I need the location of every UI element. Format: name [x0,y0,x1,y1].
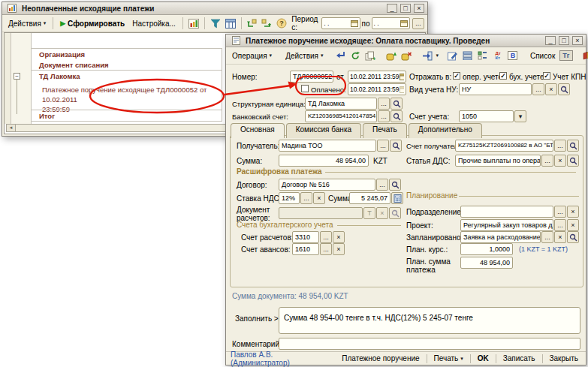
nu-kind-input[interactable]: НУ [459,83,532,95]
payment-purpose-input[interactable]: Сумма 48 954-00 тенге в т.ч. НДС(12%) 5 … [279,307,580,334]
refresh-icon[interactable] [348,50,362,62]
tr-toggle-button[interactable]: Тг [559,50,572,61]
tab-bank-commission[interactable]: Комиссия банка [286,123,361,138]
tab-additional[interactable]: Дополнительно [409,123,482,138]
dt-kt-postings-icon[interactable]: Дт Кт [491,50,505,62]
expand-groups-icon[interactable] [260,17,273,30]
save-button[interactable]: Записать [500,353,538,364]
buh-account-checkbox-label[interactable]: бух. учете [509,73,544,81]
report-group-row[interactable]: ТД Лакомка [32,71,222,83]
document-total: Сумма документа: 48 954,00 KZT [232,292,348,300]
period-from-input[interactable]: . . [321,17,360,29]
group-structure-icon[interactable] [476,50,490,62]
list-button[interactable]: Список [527,50,558,62]
date-from-label: от [336,73,344,81]
print-button[interactable]: Печать▾ [431,353,466,364]
report-detail-row[interactable]: Платежное поручение исходящее ТДЛ0000052… [32,83,222,110]
chevron-down-icon[interactable]: ▾ [436,53,439,59]
date-input[interactable]: 10.02.2011 23:59 [348,71,406,83]
buh-account-checkbox[interactable]: ✓ [499,72,507,80]
tips-book-icon[interactable] [580,50,588,62]
list-structure-icon[interactable] [461,50,475,62]
tab-main[interactable]: Основная [231,123,285,138]
kpn-account-checkbox-label[interactable]: Учет КПН [553,73,586,81]
report-window-title: Неоплаченные исходящие платежи [22,5,384,13]
paid-checkbox-label[interactable]: Оплачено: [311,86,346,94]
comment-input[interactable] [279,338,580,350]
tab-print[interactable]: Печать [363,123,407,138]
post-document-icon[interactable] [384,50,398,62]
account-label: Счет учета: [409,113,449,121]
document-window-icon [229,35,243,47]
footer-separator [542,354,543,363]
number-input[interactable]: ТДЛ0000052 [290,71,333,83]
save-close-icon[interactable] [333,50,347,62]
report-toolbar: Действия▾ ▶Сформировать Настройка... ? П… [2,15,427,32]
oper-account-checkbox[interactable]: ✓ [453,72,460,80]
minimize-icon[interactable]: _ [387,4,397,13]
copy-icon[interactable]: + [363,50,377,62]
edit-form-icon[interactable] [446,50,460,62]
report-column-header[interactable]: Организация Документ списания [32,48,222,71]
choose-button[interactable]: ... [532,83,544,95]
dropdown-button[interactable]: ▾ [514,110,526,122]
reflect-label: Отражать в: [409,73,451,81]
choose-button[interactable]: ... [378,110,390,122]
help-icon[interactable]: ? [275,17,288,30]
open-button[interactable] [390,110,403,122]
report-actions-menu[interactable]: Действия▾ [5,18,49,29]
generate-button[interactable]: ▶Сформировать [57,18,128,29]
close-icon[interactable]: × [572,36,583,45]
filter-icon[interactable] [209,17,222,30]
paid-date-input[interactable]: 10.02.2011 23:59 [348,83,406,95]
document-toolbar: Операция▾ Действия▾ + ▾ [226,47,586,65]
document-status-bar: Павлов А.В. (Администратор) Платежное по… [226,351,586,365]
svg-text:?: ? [280,20,285,27]
account-group: 1050 ▾ [459,110,526,122]
paid-checkbox[interactable] [301,85,309,92]
document-titlebar[interactable]: Платежное поручение исходящее: Оплата по… [226,35,586,47]
oper-account-checkbox-label[interactable]: опер. учете [463,73,502,81]
go-to-icon[interactable] [421,50,434,62]
clear-button[interactable]: × [545,83,557,95]
scroll-left-icon[interactable]: ◄ [7,125,16,131]
number-field-group: ТДЛ0000052 [290,71,333,83]
collapse-expander-icon[interactable]: − [14,73,20,80]
play-icon: ▶ [60,20,65,27]
open-button[interactable] [558,83,570,95]
maximize-icon[interactable]: □ [559,36,569,45]
settings-button[interactable]: Настройка... [129,18,179,29]
maximize-icon[interactable]: □ [400,4,411,13]
document-window-title: Платежное поручение исходящее: Оплата по… [246,37,542,45]
report-titlebar[interactable]: Неоплаченные исходящие платежи _ □ × [2,2,427,15]
table-settings-icon[interactable] [224,17,237,30]
account-input[interactable]: 1050 [459,110,514,122]
minimize-icon[interactable]: _ [545,36,556,45]
period-to-input[interactable]: . . [372,17,410,29]
close-icon[interactable]: × [414,4,424,13]
footer-separator [470,354,471,363]
magnifier-icon [560,86,568,94]
unpost-document-icon[interactable] [400,50,413,62]
magnifier-icon [393,100,401,108]
structural-unit-input[interactable]: ТД Лакомка [305,98,377,110]
kpn-account-checkbox[interactable]: ✓ [543,72,550,80]
nu-kind-label: Вид учета НУ: [409,86,458,94]
open-button[interactable] [390,98,403,110]
actions-menu[interactable]: Действия▾ [282,50,326,62]
tab-bar: Основная Комиссия банка Печать Дополните… [231,123,482,138]
toolbar-separator [53,17,53,29]
report-variant-icon[interactable] [187,17,201,30]
paid-date-group: 10.02.2011 23:59 [348,83,406,95]
bank-account-input[interactable]: KZ120369854120147854 в АО "А [305,110,377,122]
collapse-groups-icon[interactable] [245,17,258,30]
period-settings-button[interactable]: ... [412,18,424,29]
operation-menu[interactable]: Операция▾ [229,50,275,62]
journal-icon[interactable]: B [506,50,520,62]
choose-button[interactable]: ... [378,98,390,110]
ok-button[interactable]: OK [475,353,492,364]
report-total-row[interactable]: Итог [32,110,222,122]
payment-order-button[interactable]: Платежное поручение [339,353,422,364]
comment-group [279,338,580,350]
close-button[interactable]: Закрыть [546,353,581,364]
